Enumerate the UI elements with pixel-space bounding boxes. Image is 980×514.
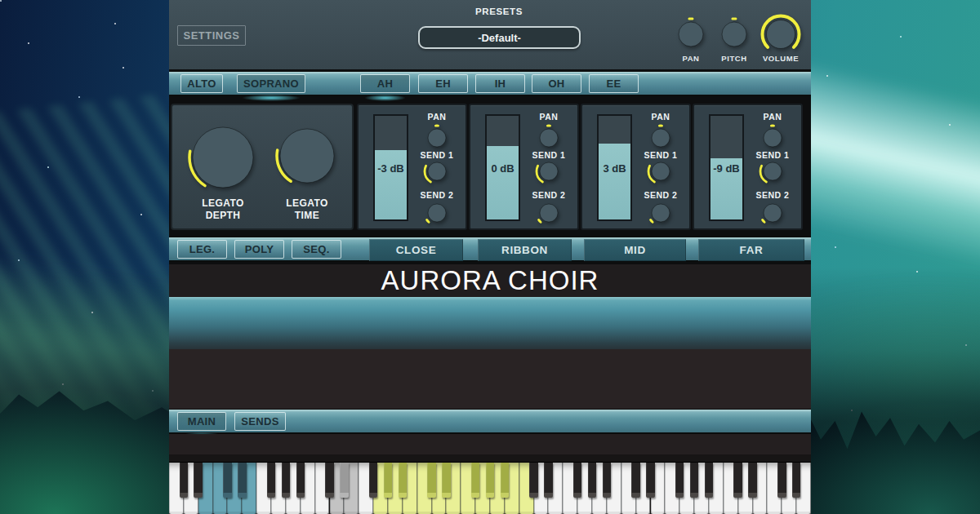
black-key[interactable] [544, 463, 553, 498]
mic-button-mid[interactable]: MID [584, 239, 686, 261]
black-key[interactable] [705, 463, 714, 498]
send1-knob[interactable] [646, 157, 676, 187]
black-key[interactable] [194, 463, 203, 498]
knob-graphic [673, 16, 710, 53]
tab-mode-poly[interactable]: POLY [234, 240, 284, 259]
keyboard-felt [169, 454, 811, 463]
channel-strip-1: -3 dBPANSEND 1SEND 2 [357, 104, 467, 230]
channel-strip-4: -9 dBPANSEND 1SEND 2 [693, 104, 803, 230]
black-key[interactable] [180, 463, 189, 498]
pan-knob[interactable] [758, 123, 788, 153]
black-key[interactable] [792, 463, 801, 498]
knob-legato-depth[interactable] [187, 122, 260, 194]
label-legato-depth: LEGATO DEPTH [178, 197, 268, 222]
pan-knob[interactable] [534, 123, 564, 153]
send1-knob[interactable] [758, 157, 788, 187]
fader-fill [599, 144, 630, 219]
preset-dropdown[interactable]: -Default- [418, 26, 581, 49]
knob-volume[interactable] [760, 13, 802, 55]
tab-vowel-ih[interactable]: IH [475, 74, 525, 93]
keyboard [169, 454, 811, 514]
black-key[interactable] [675, 463, 684, 498]
black-key[interactable] [631, 463, 640, 498]
volume-fader[interactable]: -3 dB [373, 114, 408, 221]
stars [0, 0, 2, 2]
black-key[interactable] [748, 463, 757, 498]
black-key[interactable] [325, 463, 334, 498]
mic-button-ribbon[interactable]: RIBBON [478, 239, 572, 261]
black-key[interactable] [267, 463, 276, 498]
mic-button-close[interactable]: CLOSE [369, 239, 463, 261]
black-key[interactable] [442, 463, 451, 498]
plugin-title: AURORA CHOIR [381, 265, 599, 296]
desktop: SETTINGS PRESETS -Default- PANPITCHVOLUM… [0, 0, 980, 514]
black-key[interactable] [427, 463, 436, 498]
pan-knob[interactable] [422, 123, 452, 153]
header-bar: SETTINGS PRESETS -Default- PANPITCHVOLUM… [169, 0, 811, 69]
pan-label: PAN [428, 112, 447, 122]
knob-legato-time[interactable] [274, 123, 341, 189]
black-key[interactable] [223, 463, 232, 498]
volume-fader[interactable]: 3 dB [597, 114, 632, 221]
fader-level-label: 3 dB [599, 162, 630, 175]
mode-mic-row: LEG.POLYSEQ.CLOSERIBBONMIDFAR [169, 237, 811, 262]
label-legato-time: LEGATO TIME [262, 197, 352, 222]
black-key[interactable] [573, 463, 582, 498]
teal-banner [169, 297, 811, 349]
tab-voice-alto[interactable]: ALTO [180, 74, 223, 93]
presets-label: PRESETS [417, 7, 581, 16]
black-key[interactable] [399, 463, 408, 498]
mic-button-far[interactable]: FAR [698, 239, 804, 261]
send2-knob[interactable] [758, 198, 788, 228]
send2-knob[interactable] [534, 198, 564, 228]
pan-label: PAN [652, 112, 670, 122]
black-key[interactable] [296, 463, 305, 498]
pan-knob[interactable] [646, 123, 676, 153]
black-key[interactable] [486, 463, 495, 498]
black-key[interactable] [238, 463, 247, 498]
black-key[interactable] [646, 463, 655, 498]
knob-pitch[interactable] [716, 16, 753, 53]
send2-knob[interactable] [422, 198, 452, 228]
tab-voice-soprano[interactable]: SOPRANO [237, 74, 305, 93]
knob-graphic [758, 198, 788, 228]
volume-fader[interactable]: -9 dB [709, 114, 744, 221]
black-key[interactable] [733, 463, 742, 498]
black-key[interactable] [603, 463, 612, 498]
knob-pan[interactable] [673, 16, 710, 53]
black-key[interactable] [690, 463, 699, 498]
black-key[interactable] [282, 463, 291, 498]
settings-button[interactable]: SETTINGS [177, 25, 246, 46]
black-key[interactable] [501, 463, 510, 498]
tab-vowel-oh[interactable]: OH [532, 74, 581, 93]
knob-graphic [274, 123, 341, 189]
send1-knob[interactable] [534, 157, 564, 187]
tab-sends[interactable]: SENDS [234, 412, 286, 431]
knob-graphic [534, 157, 564, 187]
tab-vowel-eh[interactable]: EH [418, 74, 468, 93]
knob-label-pitch: PITCH [721, 54, 747, 63]
send1-knob[interactable] [422, 157, 452, 187]
send2-knob[interactable] [646, 198, 676, 228]
knob-graphic [422, 198, 452, 228]
knob-graphic [534, 198, 564, 228]
black-key[interactable] [340, 463, 349, 498]
black-key[interactable] [588, 463, 597, 498]
pan-label: PAN [540, 112, 559, 122]
black-key[interactable] [529, 463, 538, 498]
black-key[interactable] [384, 463, 393, 498]
black-key[interactable] [777, 463, 786, 498]
black-key[interactable] [369, 463, 378, 498]
black-key[interactable] [471, 463, 480, 498]
legato-panel: LEGATO DEPTHLEGATO TIME [171, 104, 354, 230]
volume-fader[interactable]: 0 dB [485, 114, 520, 221]
tab-vowel-ah[interactable]: AH [360, 74, 410, 93]
tab-vowel-ee[interactable]: EE [589, 74, 639, 93]
tab-mode-seq[interactable]: SEQ. [292, 240, 341, 259]
tab-mode-leg[interactable]: LEG. [177, 240, 227, 259]
knob-graphic [422, 123, 452, 153]
tab-main[interactable]: MAIN [177, 412, 226, 431]
title-bar: AURORA CHOIR [169, 264, 811, 297]
lower-tab-row: MAINSENDS [169, 409, 811, 434]
fader-level-label: -9 dB [710, 162, 742, 175]
